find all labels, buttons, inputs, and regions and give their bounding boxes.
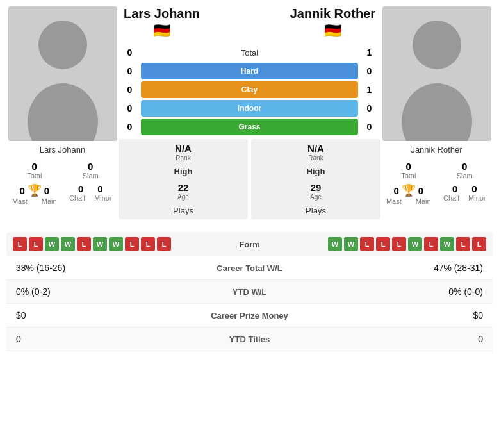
left-player-name-label: Lars Johann <box>40 145 86 154</box>
main-container: Lars Johann 0 Total 0 Slam 0 🏆 0 <box>0 0 499 351</box>
right-chall-val: 0 <box>452 183 457 194</box>
left-chall-lbl: Chall <box>69 194 85 202</box>
left-player-stats: 0 Total 0 Slam 0 🏆 0 Mast Main <box>6 160 119 206</box>
right-trophy-icon: 🏆 <box>402 183 416 197</box>
grass-tag: Grass <box>141 119 358 135</box>
left-total-item: 0 Total <box>6 160 63 181</box>
right-hard-score: 0 <box>358 66 380 76</box>
left-age-lbl: Age <box>177 194 189 201</box>
right-total-score: 1 <box>358 47 380 58</box>
right-player-name-header: Jannik Rother <box>290 6 375 21</box>
player-comparison: Lars Johann 0 Total 0 Slam 0 🏆 0 <box>0 0 499 226</box>
left-indoor-score: 0 <box>119 103 141 113</box>
left-stat-box: N/A Rank High 22 Age Plays <box>119 139 248 219</box>
stats-right-3: 0 <box>327 334 483 344</box>
right-player-photo <box>382 6 491 141</box>
form-badge-w: W <box>328 237 342 251</box>
stats-left-3: 0 <box>16 334 172 344</box>
right-grass-score: 0 <box>358 122 380 132</box>
left-mast-lbl: Mast <box>12 197 28 205</box>
right-indoor-score: 0 <box>358 103 380 113</box>
form-badge-l: L <box>13 237 27 251</box>
right-player-header: Jannik Rother 🇩🇪 <box>290 6 375 39</box>
left-slam-val: 0 <box>88 161 93 172</box>
left-total-lbl: Total <box>27 172 42 179</box>
left-main-lbl: Main <box>42 197 57 205</box>
right-rank-val: N/A <box>307 143 324 154</box>
middle-col: Lars Johann 🇩🇪 Jannik Rother 🇩🇪 0 Total … <box>119 6 380 219</box>
stats-right-1: 0% (0-0) <box>327 286 483 297</box>
form-badge-l: L <box>456 237 470 251</box>
left-chall-val: 0 <box>78 183 83 194</box>
left-minor-lbl: Minor <box>94 194 112 202</box>
form-section: LLWWLWWLLL Form WWLLLWLWLL <box>6 232 493 256</box>
form-badge-l: L <box>392 237 406 251</box>
form-badge-l: L <box>424 237 438 251</box>
right-total-item: 0 Total <box>380 160 437 181</box>
svg-point-1 <box>38 21 87 69</box>
left-player-header: Lars Johann 🇩🇪 <box>124 6 200 39</box>
left-trophy-icon: 🏆 <box>28 183 42 197</box>
total-score-line: 0 Total 1 <box>119 44 380 61</box>
left-rank-lbl: Rank <box>176 154 190 162</box>
stats-right-0: 47% (28-31) <box>327 263 483 273</box>
stats-center-1: YTD W/L <box>172 287 327 297</box>
left-grass-score: 0 <box>119 122 141 132</box>
stats-left-1: 0% (0-2) <box>16 286 172 297</box>
form-badge-l: L <box>157 237 171 251</box>
form-badge-l: L <box>77 237 91 251</box>
right-slam-lbl: Slam <box>457 172 473 179</box>
right-minor-lbl: Minor <box>468 194 486 202</box>
stats-left-0: 38% (16-26) <box>16 263 172 273</box>
stats-row-0: 38% (16-26)Career Total W/L47% (28-31) <box>6 256 493 280</box>
right-main-val: 0 <box>418 185 423 196</box>
form-badge-w: W <box>93 237 107 251</box>
stats-row-3: 0YTD Titles0 <box>6 328 493 351</box>
hard-score-line: 0 Hard 0 <box>119 63 380 79</box>
left-hard-score: 0 <box>119 66 141 76</box>
left-player-photo <box>8 6 117 141</box>
right-player-col: Jannik Rother 0 Total 0 Slam 0 🏆 0 <box>380 6 493 219</box>
right-chall-item: 0 0 Chall Minor <box>437 182 493 206</box>
right-high-val: High <box>307 167 325 176</box>
right-slam-val: 0 <box>462 161 467 172</box>
stats-table: 38% (16-26)Career Total W/L47% (28-31)0%… <box>6 256 493 351</box>
left-high-val: High <box>174 167 193 176</box>
hard-tag: Hard <box>141 63 358 79</box>
form-badge-w: W <box>61 237 75 251</box>
right-total-lbl: Total <box>401 172 416 179</box>
left-total-score: 0 <box>119 47 141 58</box>
right-main-lbl: Main <box>416 197 431 205</box>
left-minor-val: 0 <box>97 183 102 194</box>
form-badge-l: L <box>376 237 390 251</box>
left-slam-lbl: Slam <box>83 172 99 179</box>
form-badge-l: L <box>125 237 139 251</box>
form-badge-l: L <box>141 237 155 251</box>
form-badge-l: L <box>360 237 374 251</box>
form-badge-w: W <box>344 237 358 251</box>
left-clay-score: 0 <box>119 85 141 95</box>
form-badge-w: W <box>408 237 422 251</box>
left-form-badges: LLWWLWWLLL <box>13 237 171 251</box>
right-chall-lbl: Chall <box>443 194 459 202</box>
left-flag: 🇩🇪 <box>153 22 170 39</box>
right-mast-val: 0 <box>393 185 398 196</box>
right-mast-item: 0 🏆 0 Mast Main <box>380 182 437 206</box>
right-flag: 🇩🇪 <box>324 22 341 39</box>
left-player-col: Lars Johann 0 Total 0 Slam 0 🏆 0 <box>6 6 119 219</box>
right-player-name-label: Jannik Rother <box>411 145 462 154</box>
left-mast-val: 0 <box>19 185 24 196</box>
right-form-badges: WWLLLWLWLL <box>328 237 486 251</box>
right-age-lbl: Age <box>310 194 322 201</box>
right-slam-item: 0 Slam <box>437 160 493 181</box>
stats-center-2: Career Prize Money <box>172 311 327 320</box>
form-badge-w: W <box>45 237 59 251</box>
right-minor-val: 0 <box>471 183 477 194</box>
right-mast-lbl: Mast <box>386 197 402 205</box>
grass-score-line: 0 Grass 0 <box>119 119 380 135</box>
left-age-val: 22 <box>178 182 189 193</box>
indoor-score-line: 0 Indoor 0 <box>119 100 380 117</box>
left-main-val: 0 <box>44 185 49 196</box>
clay-tag: Clay <box>141 81 358 98</box>
stats-left-2: $0 <box>16 310 172 320</box>
